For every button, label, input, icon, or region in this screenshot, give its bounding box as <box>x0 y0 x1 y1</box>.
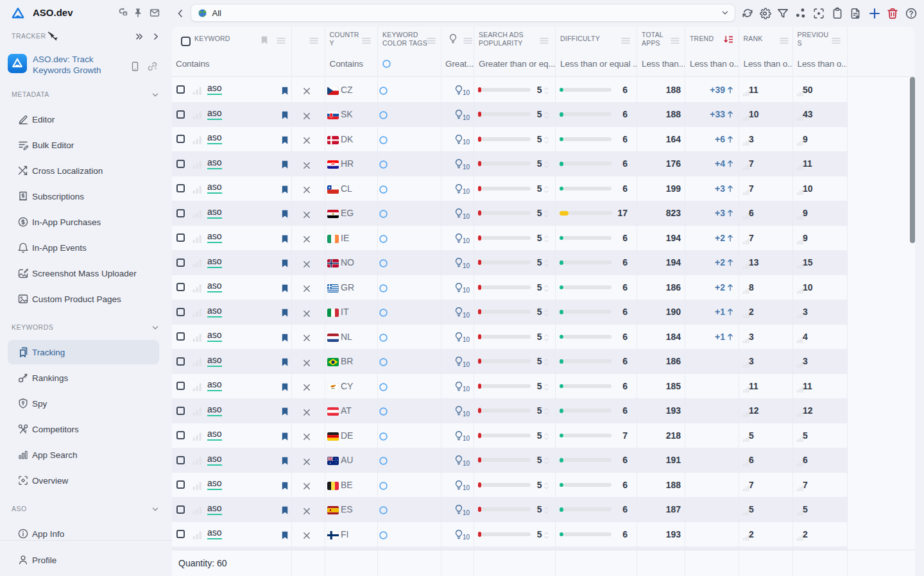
svg-text:★: ★ <box>328 185 331 189</box>
